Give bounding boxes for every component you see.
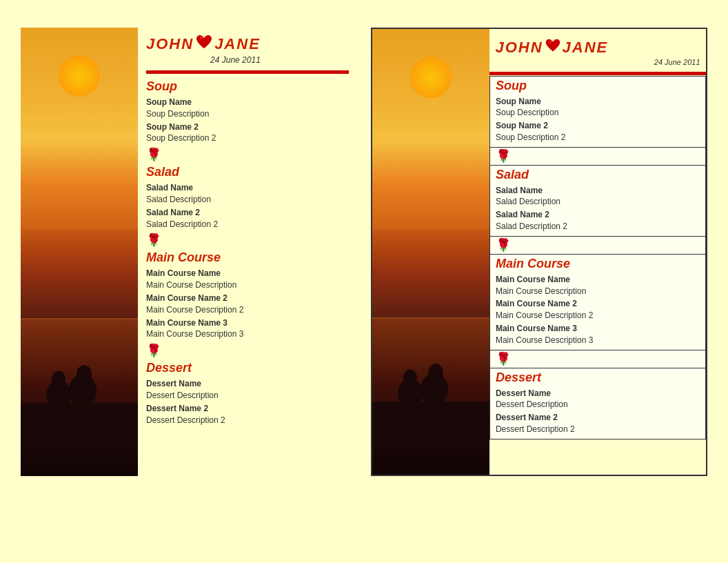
- right-content-panel: JOHN JANE 24 June 2011: [489, 29, 706, 475]
- left-dessert-item2-desc: Dessert Description 2: [146, 415, 349, 426]
- left-dessert-title: Dessert: [146, 361, 349, 375]
- left-rose-icon-2: 🌹: [146, 233, 161, 248]
- left-soup-item2-desc: Soup Description 2: [146, 132, 349, 144]
- left-main-title: Main Course: [146, 250, 349, 265]
- left-name-john: JOHN: [146, 35, 194, 53]
- right-heart-icon: [544, 37, 562, 55]
- right-main-title: Main Course: [496, 257, 700, 271]
- right-dessert-title: Dessert: [496, 371, 700, 385]
- right-main-item1-desc: Main Course Description: [496, 286, 700, 297]
- left-soup-item1-desc: Soup Description: [146, 108, 349, 120]
- left-rose-divider-3: 🌹: [146, 343, 349, 358]
- right-soup-item2-desc: Soup Description 2: [496, 132, 700, 144]
- left-main-item3-desc: Main Course Description 3: [146, 328, 349, 340]
- right-main-item3-desc: Main Course Description 3: [496, 335, 700, 346]
- sun-right: [410, 57, 452, 98]
- svg-rect-0: [21, 403, 138, 444]
- right-soup-cell: Soup Soup Name Soup Description Soup Nam…: [489, 76, 705, 147]
- right-rose-row-2: 🌹: [489, 236, 705, 254]
- left-main-item3-name: Main Course Name 3: [146, 317, 349, 329]
- left-photo-panel: [21, 28, 138, 476]
- left-dessert-item1-desc: Dessert Description: [146, 390, 349, 402]
- right-main-row: Main Course Main Course Name Main Course…: [489, 254, 705, 350]
- right-main-item3-name: Main Course Name 3: [496, 323, 700, 335]
- left-salad-section: Salad Salad Name Salad Description Salad…: [146, 165, 349, 230]
- left-dessert-section: Dessert Dessert Name Dessert Description…: [146, 361, 349, 426]
- right-rose-row-1: 🌹: [489, 147, 705, 165]
- left-main-item1-name: Main Course Name: [146, 268, 349, 279]
- left-rose-divider-2: 🌹: [146, 233, 349, 248]
- right-rose-cell-1: 🌹: [489, 147, 705, 165]
- right-menu-card: JOHN JANE 24 June 2011: [371, 28, 707, 476]
- right-names-row: JOHN JANE: [495, 37, 700, 58]
- right-dessert-item1-name: Dessert Name: [496, 388, 700, 399]
- right-header-cell: JOHN JANE 24 June 2011: [489, 34, 705, 72]
- left-red-divider: [146, 70, 349, 74]
- right-dessert-item2-name: Dessert Name 2: [496, 412, 700, 424]
- left-main-section: Main Course Main Course Name Main Course…: [146, 250, 349, 340]
- svg-point-2: [52, 371, 65, 387]
- right-salad-row: Salad Salad Name Salad Description Salad…: [489, 165, 705, 236]
- left-main-item2-name: Main Course Name 2: [146, 293, 349, 304]
- right-soup-row: Soup Soup Name Soup Description Soup Nam…: [489, 76, 705, 147]
- right-salad-item2-name: Salad Name 2: [496, 209, 700, 221]
- right-soup-item1-desc: Soup Description: [496, 107, 700, 119]
- right-dessert-cell: Dessert Dessert Name Dessert Description…: [489, 368, 705, 439]
- page-wrapper: JOHN JANE 24 June 2011: [14, 14, 714, 490]
- right-main-item2-desc: Main Course Description 2: [496, 310, 700, 322]
- right-header-row: JOHN JANE 24 June 2011: [489, 34, 705, 72]
- right-inner-table: JOHN JANE 24 June 2011: [489, 34, 706, 439]
- svg-point-12: [549, 41, 552, 43]
- left-soup-section: Soup Soup Name Soup Description Soup Nam…: [146, 79, 349, 144]
- right-dessert-item2-desc: Dessert Description 2: [496, 424, 700, 435]
- left-soup-item2-name: Soup Name 2: [146, 121, 349, 133]
- right-main-cell: Main Course Main Course Name Main Course…: [489, 254, 705, 350]
- svg-point-9: [403, 370, 417, 386]
- left-rose-icon-1: 🌹: [146, 147, 161, 162]
- sunset-photo-right: [372, 29, 489, 475]
- left-dessert-item1-name: Dessert Name: [146, 378, 349, 390]
- svg-point-6: [205, 36, 207, 38]
- right-main-item1-name: Main Course Name: [496, 274, 700, 286]
- right-date: 24 June 2011: [495, 58, 700, 66]
- right-salad-item1-name: Salad Name: [496, 185, 700, 197]
- right-name-john: JOHN: [495, 39, 543, 57]
- left-rose-icon-3: 🌹: [146, 343, 161, 358]
- left-soup-item1-name: Soup Name: [146, 97, 349, 108]
- right-rose-icon-1: 🌹: [496, 149, 511, 163]
- left-salad-title: Salad: [146, 165, 349, 179]
- svg-point-4: [77, 365, 92, 383]
- left-header: JOHN JANE 24 June 2011: [146, 33, 349, 68]
- right-salad-title: Salad: [496, 168, 700, 182]
- silhouette-right: [372, 274, 489, 475]
- left-salad-item1-desc: Salad Description: [146, 194, 349, 206]
- right-dessert-row: Dessert Dessert Name Dessert Description…: [489, 368, 705, 439]
- left-salad-item2-desc: Salad Description 2: [146, 219, 349, 230]
- right-name-jane: JANE: [563, 39, 609, 57]
- right-salad-cell: Salad Salad Name Salad Description Salad…: [489, 165, 705, 236]
- right-rose-icon-3: 🌹: [496, 352, 511, 366]
- sunset-photo-left: [21, 28, 138, 476]
- left-menu-card: JOHN JANE 24 June 2011: [21, 28, 357, 476]
- left-salad-item1-name: Salad Name: [146, 182, 349, 194]
- svg-point-5: [200, 37, 203, 39]
- right-photo-panel: [372, 29, 489, 475]
- right-rose-cell-2: 🌹: [489, 236, 705, 254]
- right-soup-item1-name: Soup Name: [496, 96, 700, 108]
- right-rose-cell-3: 🌹: [489, 350, 705, 368]
- svg-point-13: [553, 39, 555, 41]
- right-soup-item2-name: Soup Name 2: [496, 120, 700, 132]
- right-soup-title: Soup: [496, 79, 700, 93]
- left-names-row: JOHN JANE: [146, 33, 261, 55]
- left-main-item1-desc: Main Course Description: [146, 279, 349, 291]
- left-rose-divider-1: 🌹: [146, 147, 349, 162]
- left-soup-title: Soup: [146, 79, 349, 94]
- left-heart-icon: [194, 33, 214, 52]
- right-main-item2-name: Main Course Name 2: [496, 298, 700, 310]
- right-rose-row-3: 🌹: [489, 350, 705, 368]
- left-salad-item2-name: Salad Name 2: [146, 207, 349, 219]
- left-content-panel: JOHN JANE 24 June 2011: [138, 28, 357, 476]
- svg-point-11: [428, 364, 443, 382]
- right-rose-icon-2: 🌹: [496, 238, 511, 252]
- left-dessert-item2-name: Dessert Name 2: [146, 403, 349, 415]
